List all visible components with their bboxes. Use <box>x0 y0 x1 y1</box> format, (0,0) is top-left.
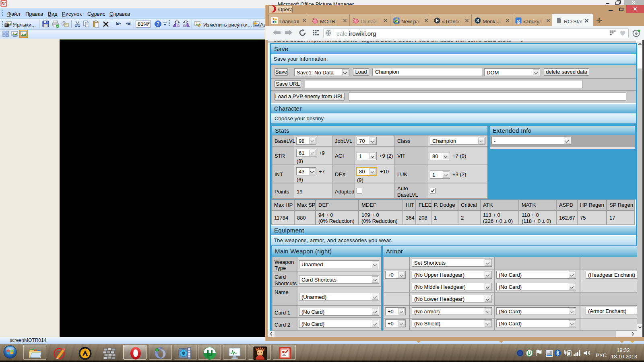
svg-text:S: S <box>476 18 479 23</box>
svg-text:?: ? <box>157 21 159 27</box>
svg-text:g: g <box>517 18 520 24</box>
svg-text:@: @ <box>394 18 399 23</box>
